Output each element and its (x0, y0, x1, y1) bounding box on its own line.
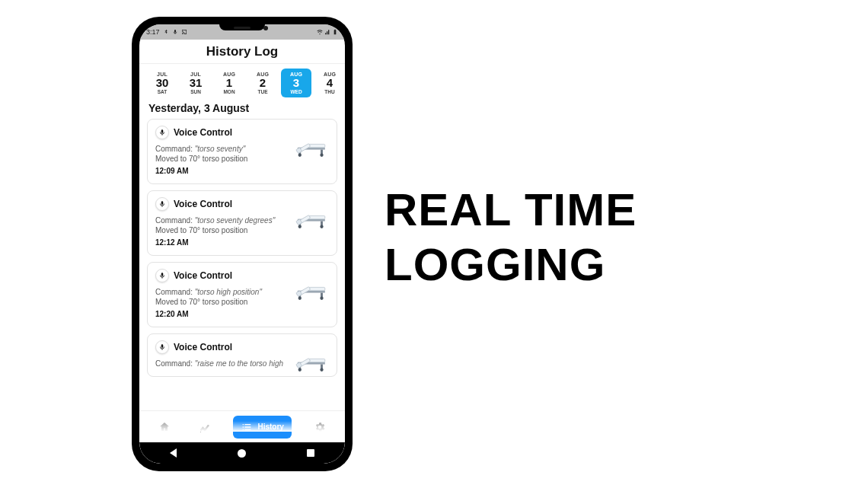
svg-point-12 (320, 225, 323, 228)
date-cell-aug-4[interactable]: AUG4THU (314, 69, 345, 97)
svg-point-27 (298, 368, 302, 372)
nav-history-label: History (257, 423, 283, 431)
svg-rect-2 (321, 150, 323, 155)
nav-home[interactable] (152, 416, 177, 439)
date-weekday: MON (214, 89, 244, 94)
command-value: "torso high position" (195, 288, 262, 296)
svg-rect-5 (308, 144, 325, 147)
nav-settings[interactable] (308, 416, 332, 439)
history-log-card[interactable]: Voice ControlCommand: "torso seventy"Mov… (147, 119, 337, 184)
history-log-card[interactable]: Voice ControlCommand: "torso high positi… (147, 262, 337, 327)
log-type-label: Voice Control (174, 270, 232, 281)
log-time: 12:20 AM (155, 309, 329, 319)
command-label: Command: (155, 359, 195, 368)
log-type-label: Voice Control (174, 127, 232, 138)
history-list[interactable]: Voice ControlCommand: "torso seventy"Mov… (139, 119, 345, 410)
app-header: History Log (139, 40, 345, 64)
log-type-label: Voice Control (174, 199, 232, 209)
date-weekday: TUE (247, 89, 278, 94)
date-day: 3 (281, 77, 311, 89)
date-cell-aug-1[interactable]: AUG1MON (214, 69, 244, 97)
svg-rect-29 (308, 359, 325, 362)
svg-rect-18 (321, 293, 323, 298)
headline-line-1: REAL TIME (385, 184, 637, 235)
wifi-icon (317, 29, 323, 35)
svg-point-11 (298, 225, 302, 228)
svg-rect-10 (321, 222, 323, 226)
microphone-icon (155, 126, 169, 139)
date-cell-jul-30[interactable]: JUL30SAT (147, 69, 177, 97)
date-weekday: SAT (147, 89, 177, 94)
date-day: 30 (147, 77, 177, 89)
command-value: "raise me to the torso high (195, 359, 283, 368)
date-cell-aug-2[interactable]: AUG2TUE (247, 69, 278, 97)
log-type-label: Voice Control (174, 342, 232, 352)
log-time: 12:09 AM (155, 166, 329, 176)
signal-icon (324, 29, 330, 35)
date-day: 1 (214, 77, 244, 89)
android-nav-bar (139, 442, 345, 464)
date-day: 4 (314, 77, 345, 89)
gear-icon (314, 421, 326, 433)
svg-point-20 (320, 297, 323, 300)
command-label: Command: (155, 288, 195, 296)
bottom-nav: History (139, 410, 345, 442)
phone-frame: 3:17 History Log JUL30SATJUL31SUNAUG1MON… (132, 17, 353, 471)
bed-position-icon (295, 348, 330, 372)
date-weekday: THU (314, 89, 345, 94)
date-picker-strip[interactable]: JUL30SATJUL31SUNAUG1MONAUG2TUEAUG3WEDAUG… (139, 64, 345, 100)
cast-icon (181, 29, 187, 35)
command-label: Command: (155, 145, 195, 153)
microphone-icon (155, 340, 169, 354)
date-day: 31 (180, 77, 211, 89)
bluetooth-icon (163, 29, 169, 35)
home-icon (158, 421, 171, 433)
log-time: 12:12 AM (155, 238, 329, 247)
svg-rect-21 (308, 287, 325, 290)
android-home-button[interactable] (238, 449, 246, 458)
command-value: "torso seventy" (195, 145, 246, 153)
svg-point-28 (320, 368, 323, 372)
microphone-icon (155, 197, 169, 211)
promo-headline: REAL TIME LOGGING (385, 183, 637, 292)
status-time: 3:17 (146, 28, 160, 36)
bed-position-icon (295, 276, 330, 301)
command-label: Command: (155, 216, 195, 225)
trends-icon (199, 421, 211, 433)
date-day: 2 (247, 77, 278, 89)
date-cell-jul-31[interactable]: JUL31SUN (180, 69, 211, 97)
android-recents-button[interactable] (307, 449, 314, 457)
phone-screen: 3:17 History Log JUL30SATJUL31SUNAUG1MON… (139, 24, 345, 464)
headline-line-2: LOGGING (385, 239, 605, 290)
nav-trends[interactable] (193, 416, 217, 439)
command-value: "torso seventy degrees" (195, 216, 276, 225)
date-weekday: WED (281, 89, 311, 94)
history-log-card[interactable]: Voice ControlCommand: "raise me to the t… (147, 333, 337, 377)
svg-point-19 (298, 297, 302, 300)
svg-rect-26 (321, 365, 323, 369)
bed-position-icon (295, 205, 330, 229)
day-header: Yesterday, 3 August (139, 100, 345, 119)
date-weekday: SUN (180, 89, 211, 94)
history-log-card[interactable]: Voice ControlCommand: "torso seventy deg… (147, 190, 337, 256)
nav-history[interactable]: History (233, 416, 291, 439)
page-title: History Log (206, 44, 278, 59)
phone-front-camera (263, 26, 268, 30)
mic-icon (172, 29, 178, 35)
list-icon (241, 421, 253, 433)
microphone-icon (155, 269, 169, 282)
android-back-button[interactable] (170, 448, 177, 458)
phone-speaker-notch (219, 24, 265, 30)
date-cell-aug-3[interactable]: AUG3WED (281, 69, 311, 97)
svg-point-4 (320, 154, 323, 157)
bed-position-icon (295, 133, 330, 158)
svg-rect-13 (308, 215, 325, 218)
svg-point-3 (298, 154, 302, 157)
battery-icon (332, 29, 338, 35)
